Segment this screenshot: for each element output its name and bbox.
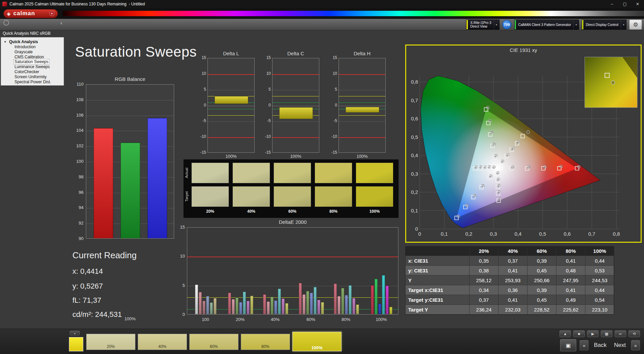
svg-text:0,6: 0,6 bbox=[411, 116, 418, 121]
svg-text:0,7: 0,7 bbox=[411, 97, 418, 103]
navigation-controls: ▣ « Back Next » bbox=[560, 339, 640, 351]
deltae-bar bbox=[278, 289, 281, 314]
sidebar-item-luminance-sweeps[interactable]: Luminance Sweeps bbox=[1, 64, 64, 69]
pattern-button-60%[interactable]: 60% bbox=[189, 334, 238, 350]
deltae-bar bbox=[302, 294, 305, 314]
tolerance-line-red bbox=[339, 74, 385, 75]
display-control-label: Direct Display Control bbox=[586, 23, 618, 27]
deltae-bar bbox=[337, 296, 341, 314]
display-control-dropdown[interactable]: Direct Display Control ▼ bbox=[582, 20, 626, 30]
delta-h-title: Delta H bbox=[339, 51, 386, 56]
window-controls: – ▢ ✕ bbox=[606, 0, 644, 8]
rgb-ytick: 94 bbox=[71, 205, 84, 210]
sidebar-item-grayscale[interactable]: Grayscale bbox=[1, 50, 64, 55]
svg-text:0,3: 0,3 bbox=[411, 171, 418, 177]
delta-c-plot bbox=[272, 58, 319, 153]
colorspace-badge[interactable]: 709 bbox=[502, 20, 512, 29]
deltae-xtick: 100% bbox=[371, 317, 391, 322]
sidebar-item-colorchecker[interactable]: ColorChecker bbox=[1, 69, 64, 75]
sidebar-item-label: Saturation Sweeps bbox=[14, 59, 49, 64]
pattern-button-80%[interactable]: 80% bbox=[241, 334, 290, 350]
rgb-bar-blue bbox=[148, 118, 167, 238]
sidebar-item-saturation-sweeps[interactable]: Saturation Sweeps bbox=[1, 59, 64, 64]
sidebar-collapse-icon[interactable]: ‹ bbox=[58, 20, 65, 26]
table-value-cell: 0,34 bbox=[470, 285, 498, 295]
minimize-button[interactable]: – bbox=[606, 0, 618, 8]
sidebar-tree-items: IntroductionGrayscaleCMS CalibrationSatu… bbox=[1, 45, 64, 84]
sidebar-item-introduction[interactable]: Introduction bbox=[1, 45, 64, 50]
save-icon[interactable]: ▦ bbox=[601, 330, 612, 337]
meter-line1: X-Rite i1Pro 3 bbox=[470, 21, 491, 25]
sidebar-item-cms-calibration[interactable]: CMS Calibration bbox=[1, 55, 64, 60]
gear-icon[interactable]: ⚙ bbox=[629, 20, 642, 30]
target-swatch-row bbox=[191, 186, 393, 207]
sidebar-item-spectral-power-dist[interactable]: Spectral Power Dist. bbox=[1, 80, 64, 85]
close-button[interactable]: ✕ bbox=[631, 0, 644, 8]
table-value-cell: 223,10 bbox=[585, 305, 614, 315]
refresh-icon[interactable]: ⟲ bbox=[629, 330, 640, 337]
delta-ytick: -5 bbox=[326, 118, 337, 123]
pin-icon[interactable] bbox=[3, 20, 9, 26]
svg-text:0,2: 0,2 bbox=[465, 231, 473, 237]
play-icon[interactable]: ▶ bbox=[587, 330, 599, 337]
delta-l-title: Delta L bbox=[207, 51, 255, 56]
delta-ytick: 15 bbox=[195, 55, 206, 60]
table-column-header: 80% bbox=[556, 246, 585, 256]
table-value-cell: 0,39 bbox=[527, 285, 556, 295]
pattern-button-label: 40% bbox=[138, 344, 187, 349]
svg-text:0,6: 0,6 bbox=[564, 231, 571, 237]
rgb-balance-chart: RGB Balance 100% 90929496981001021041061… bbox=[71, 76, 182, 246]
deltae-bar bbox=[274, 300, 277, 314]
gridline bbox=[339, 121, 385, 122]
rgb-bar-red bbox=[94, 128, 113, 238]
calman-menu-button[interactable]: ◈ calman ▼ bbox=[3, 9, 58, 18]
table-column-header: 60% bbox=[527, 246, 556, 256]
swatch-percent-label: 100% bbox=[356, 209, 393, 214]
gridline bbox=[86, 100, 174, 100]
maximize-button[interactable]: ▢ bbox=[618, 0, 631, 8]
tolerance-line-yellow bbox=[208, 115, 254, 116]
back-button[interactable]: Back bbox=[592, 342, 609, 349]
sidebar-item-screen-uniformity[interactable]: Screen Uniformity bbox=[1, 75, 64, 80]
rgb-ytick: 104 bbox=[71, 128, 84, 133]
rgb-ytick: 102 bbox=[71, 143, 84, 148]
meter-dropdown[interactable]: X-Rite i1Pro 3 Direct View ▼ bbox=[466, 20, 499, 30]
next-chevron-icon[interactable]: » bbox=[631, 340, 640, 350]
pattern-button-100%[interactable]: 100% bbox=[292, 332, 342, 351]
delta-l-xlabel: 100% bbox=[207, 154, 255, 159]
table-row-label: Target Y bbox=[406, 305, 470, 315]
table-value-cell: 258,12 bbox=[470, 275, 498, 285]
actual-row-label: Actual bbox=[185, 163, 190, 183]
deltae-bar bbox=[382, 275, 385, 314]
pattern-button-label: 20% bbox=[87, 344, 135, 349]
current-reading-heading: Current Reading bbox=[72, 250, 137, 261]
table-value-cell: 0,41 bbox=[556, 256, 585, 266]
window-mode-icon[interactable]: ▣ bbox=[560, 339, 576, 351]
sidebar-item-label: Spectral Power Dist. bbox=[14, 80, 52, 84]
eject-icon[interactable]: ▲ bbox=[70, 331, 80, 335]
table-column-header: 100% bbox=[585, 246, 614, 256]
brand-caret-icon[interactable]: ▼ bbox=[49, 11, 55, 16]
link-icon[interactable]: ∞ bbox=[615, 330, 626, 337]
stop-icon[interactable]: ■ bbox=[573, 330, 585, 337]
pattern-button-20%[interactable]: 20% bbox=[86, 334, 135, 350]
cie-diagram: 000,10,10,20,20,30,30,40,40,50,50,60,60,… bbox=[407, 54, 640, 241]
sidebar-item-label: CMS Calibration bbox=[14, 55, 44, 59]
next-button[interactable]: Next bbox=[612, 342, 628, 349]
sidebar-root-quick-analysis[interactable]: ▾ Quick Analysis bbox=[1, 39, 64, 45]
back-chevron-icon[interactable]: « bbox=[580, 340, 588, 350]
rgb-ytick: 98 bbox=[71, 174, 84, 179]
gridline bbox=[208, 106, 254, 106]
eject-icon[interactable]: ▲ bbox=[559, 330, 571, 337]
active-pattern-chip[interactable] bbox=[69, 337, 83, 351]
deltae-xtick: 20% bbox=[230, 317, 250, 322]
pattern-generator-dropdown[interactable]: CalMAN Client 3 Pattern Generator ▼ bbox=[514, 20, 579, 30]
tolerance-line-red bbox=[339, 137, 385, 138]
pattern-button-label: 60% bbox=[190, 344, 238, 349]
table-value-cell: 0,41 bbox=[498, 266, 527, 275]
actual-swatch-20% bbox=[191, 163, 229, 183]
target-swatch-20% bbox=[191, 186, 229, 207]
svg-text:0,7: 0,7 bbox=[588, 231, 595, 237]
table-value-cell: 0,49 bbox=[556, 295, 585, 305]
pattern-button-40%[interactable]: 40% bbox=[138, 334, 187, 350]
